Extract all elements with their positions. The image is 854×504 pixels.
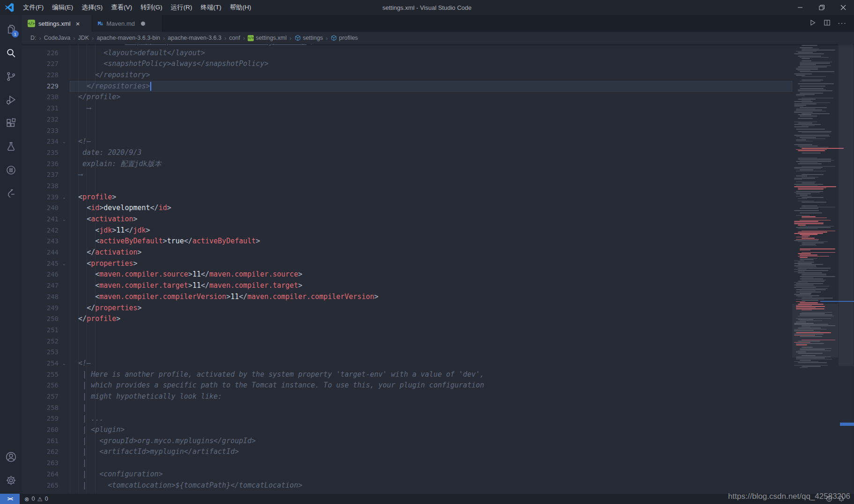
code-line[interactable]: 261 | <groupId>org.myco.myplugins</group…	[22, 436, 792, 447]
line-number[interactable]: 242	[22, 225, 59, 236]
code-line[interactable]: 256 | which provides a specific path to …	[22, 380, 792, 391]
code-line[interactable]: 226 <layout>default</layout>	[22, 48, 792, 59]
code-line[interactable]: 227 <snapshotPolicy>always</snapshotPoli…	[22, 58, 792, 70]
line-number[interactable]: 252	[22, 336, 59, 347]
line-number[interactable]: 262	[22, 446, 59, 458]
code-line[interactable]: 255 | Here is another profile, activated…	[22, 369, 792, 380]
line-number[interactable]: 231	[22, 103, 59, 114]
code-line[interactable]: 254⌄ <!—	[22, 358, 792, 369]
code-line[interactable]: 248 <maven.compiler.compilerVersion>11</…	[22, 292, 792, 303]
line-number[interactable]: 226	[22, 48, 59, 59]
line-number[interactable]: 254	[22, 358, 59, 369]
fold-icon[interactable]: ⌄	[59, 358, 70, 369]
line-number[interactable]: 247	[22, 280, 59, 292]
more-actions-icon[interactable]: ···	[838, 19, 847, 28]
line-number[interactable]: 236	[22, 159, 59, 170]
restore-icon[interactable]	[811, 0, 832, 15]
line-number[interactable]: 246	[22, 269, 59, 280]
line-number[interactable]: 258	[22, 402, 59, 414]
line-number[interactable]: 259	[22, 413, 59, 424]
line-number[interactable]: 243	[22, 236, 59, 247]
code-line[interactable]: 238	[22, 181, 792, 192]
code-line[interactable]: 249 </properties>	[22, 303, 792, 314]
problems-indicator[interactable]: ⊗ 0 ⚠ 0	[20, 496, 53, 503]
minimize-icon[interactable]	[789, 0, 811, 15]
account-icon[interactable]	[0, 445, 22, 468]
code-line[interactable]: 233	[22, 125, 792, 137]
line-number[interactable]: 235	[22, 147, 59, 159]
code-line[interactable]: 230 </profile>	[22, 92, 792, 103]
code-line[interactable]: 242 <jdk>11</jdk>	[22, 225, 792, 236]
menu-item[interactable]: 文件(F)	[19, 0, 48, 15]
code-editor[interactable]: 225 <url>http://snapshots.maven.codehaus…	[22, 44, 854, 494]
code-line[interactable]: 247 <maven.compiler.target>11</maven.com…	[22, 280, 792, 292]
split-editor-icon[interactable]	[823, 19, 831, 29]
line-number[interactable]: 265	[22, 480, 59, 491]
line-number[interactable]: 227	[22, 58, 59, 70]
fold-icon[interactable]: ⌄	[59, 258, 70, 270]
breadcrumb-item[interactable]: apache-maven-3.6.3-bin	[96, 35, 160, 41]
line-number[interactable]: 251	[22, 325, 59, 336]
feedback-icon[interactable]	[823, 496, 835, 502]
line-number[interactable]: 229	[22, 81, 59, 92]
line-number[interactable]: 260	[22, 424, 59, 436]
fold-icon[interactable]: ⌄	[59, 214, 70, 225]
code-line[interactable]: 253	[22, 347, 792, 358]
notifications-bell-icon[interactable]	[835, 496, 847, 502]
line-number[interactable]: 253	[22, 347, 59, 358]
menu-item[interactable]: 编辑(E)	[48, 0, 77, 15]
code-line[interactable]: 228 </repository>	[22, 70, 792, 81]
line-number[interactable]: 255	[22, 369, 59, 380]
code-line[interactable]: 232	[22, 114, 792, 125]
minimap[interactable]	[792, 44, 838, 494]
settings-gear-icon[interactable]	[0, 468, 22, 492]
menu-item[interactable]: 查看(V)	[107, 0, 136, 15]
menu-item[interactable]: 选择(S)	[77, 0, 107, 15]
search-icon[interactable]	[0, 41, 22, 65]
breadcrumb-item[interactable]: profiles	[331, 35, 358, 41]
line-number[interactable]: 225	[22, 44, 59, 48]
line-number[interactable]: 245	[22, 258, 59, 270]
run-icon[interactable]	[809, 19, 817, 29]
code-line[interactable]: 260 | <plugin>	[22, 424, 792, 436]
menu-item[interactable]: 终端(T)	[197, 0, 226, 15]
line-number[interactable]: 250	[22, 314, 59, 325]
line-number[interactable]: 249	[22, 303, 59, 314]
code-line[interactable]: 265 | <tomcatLocation>${tomcatPath}</tom…	[22, 480, 792, 491]
extensions-icon[interactable]	[0, 111, 22, 135]
code-line[interactable]: 263 |	[22, 458, 792, 469]
menu-item[interactable]: 转到(G)	[136, 0, 167, 15]
menu-item[interactable]: 运行(R)	[167, 0, 197, 15]
fold-icon[interactable]: ⌄	[59, 192, 70, 203]
breadcrumb-item[interactable]: settings	[294, 35, 323, 41]
code-line[interactable]: 245⌄ <properties>	[22, 258, 792, 270]
code-line[interactable]: 241⌄ <activation>	[22, 214, 792, 225]
breadcrumb-item[interactable]: JDK	[78, 35, 89, 41]
breadcrumb-item[interactable]: CodeJava	[44, 35, 70, 41]
line-number[interactable]: 261	[22, 436, 59, 447]
code-line[interactable]: 239⌄ <profile>	[22, 192, 792, 203]
scrollbar[interactable]	[838, 44, 854, 494]
hook-arrow-icon[interactable]	[0, 182, 22, 205]
code-line[interactable]: 244 </activation>	[22, 247, 792, 258]
line-number[interactable]: 228	[22, 70, 59, 81]
code-line[interactable]: 236 explain: 配置jdk版本	[22, 159, 792, 170]
fold-icon[interactable]: ⌄	[59, 136, 70, 147]
line-number[interactable]: 244	[22, 247, 59, 258]
code-line[interactable]: 258 |	[22, 402, 792, 414]
line-number[interactable]: 239	[22, 192, 59, 203]
close-icon[interactable]	[832, 0, 854, 15]
testing-icon[interactable]	[0, 135, 22, 158]
source-control-icon[interactable]	[0, 65, 22, 88]
line-number[interactable]: 230	[22, 92, 59, 103]
line-number[interactable]: 240	[22, 203, 59, 214]
line-number[interactable]: 232	[22, 114, 59, 125]
line-number[interactable]: 264	[22, 469, 59, 480]
code-line[interactable]: 243 <activeByDefault>true</activeByDefau…	[22, 236, 792, 247]
code-line[interactable]: 235 date: 2020/9/3	[22, 147, 792, 159]
code-line[interactable]: 246 <maven.compiler.source>11</maven.com…	[22, 269, 792, 280]
run-debug-icon[interactable]	[0, 88, 22, 111]
code-line[interactable]: 259 | ...	[22, 413, 792, 424]
currency-circle-icon[interactable]	[0, 158, 22, 182]
line-number[interactable]: 237	[22, 169, 59, 181]
